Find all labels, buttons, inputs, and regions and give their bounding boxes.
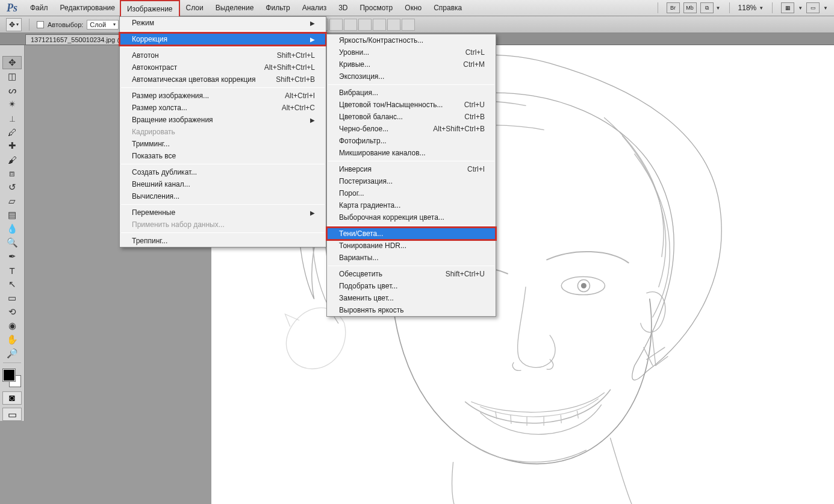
menu-выделение[interactable]: Выделение bbox=[210, 0, 260, 16]
menu-редактирование[interactable]: Редактирование bbox=[54, 0, 121, 16]
eraser-tool[interactable]: ▱ bbox=[2, 194, 22, 208]
image-menu-item[interactable]: Показать все bbox=[120, 150, 326, 162]
menubar: Ps ФайлРедактированиеИзображениеСлоиВыде… bbox=[0, 0, 834, 16]
distribute-icon[interactable] bbox=[402, 19, 415, 31]
color-swatches[interactable] bbox=[2, 368, 22, 388]
menu-файл[interactable]: Файл bbox=[24, 0, 54, 16]
adjust-menu-item[interactable]: Варианты... bbox=[327, 252, 496, 264]
brush-tool[interactable]: 🖌 bbox=[2, 153, 22, 166]
foreground-color[interactable] bbox=[3, 369, 15, 381]
move-tool-preset-icon[interactable]: ✥▾ bbox=[6, 18, 22, 31]
screen-mode-dropdown[interactable]: ⧉ ▼ bbox=[700, 2, 721, 13]
screen-mode-button[interactable]: ▭ bbox=[2, 408, 22, 421]
workspace-icon[interactable]: ▭ bbox=[806, 2, 820, 13]
image-menu-item[interactable]: Размер холста...Alt+Ctrl+C bbox=[120, 102, 326, 114]
lasso-tool[interactable]: ᔕ bbox=[2, 84, 22, 97]
eyedropper-tool[interactable]: 🖊 bbox=[2, 125, 22, 138]
adjust-menu-item[interactable]: Постеризация... bbox=[327, 175, 496, 187]
move-tool[interactable]: ✥ bbox=[2, 56, 22, 69]
image-menu-item[interactable]: Размер изображения...Alt+Ctrl+I bbox=[120, 90, 326, 102]
menu-separator bbox=[328, 225, 494, 226]
image-menu-item[interactable]: Внешний канал... bbox=[120, 178, 326, 190]
adjust-menu-item[interactable]: Карта градиента... bbox=[327, 199, 496, 211]
3d-tool[interactable]: ⟲ bbox=[2, 305, 22, 319]
adjust-menu-item[interactable]: ИнверсияCtrl+I bbox=[327, 163, 496, 175]
screen-mode-icon: ⧉ bbox=[700, 2, 714, 13]
path-tool[interactable]: ↖ bbox=[2, 278, 22, 291]
adjust-menu-item[interactable]: Кривые...Ctrl+M bbox=[327, 58, 496, 70]
align-icon[interactable] bbox=[373, 19, 386, 31]
minibridge-icon[interactable]: Mb bbox=[683, 2, 697, 13]
adjust-menu-item[interactable]: Экспозиция... bbox=[327, 70, 496, 82]
image-menu-item[interactable]: АвтотонShift+Ctrl+L bbox=[120, 49, 326, 61]
align-icon[interactable] bbox=[344, 19, 357, 31]
image-menu-item[interactable]: Автоматическая цветовая коррекцияShift+C… bbox=[120, 73, 326, 86]
image-menu-item[interactable]: Режим▶ bbox=[120, 17, 326, 29]
adjust-menu-item[interactable]: Микширование каналов... bbox=[327, 147, 496, 159]
gradient-tool[interactable]: ▤ bbox=[2, 208, 22, 222]
menu-item-label: Автотон bbox=[132, 51, 259, 60]
adjust-menu-item[interactable]: Яркость/Контрастность... bbox=[327, 34, 496, 46]
adjust-menu-item[interactable]: Выборочная коррекция цвета... bbox=[327, 211, 496, 223]
adjust-menu-item[interactable]: Выровнять яркость bbox=[327, 304, 496, 316]
menu-3d[interactable]: 3D bbox=[332, 0, 353, 16]
history-brush-tool[interactable]: ↺ bbox=[2, 181, 22, 194]
image-menu-item[interactable]: Вычисления... bbox=[120, 190, 326, 202]
image-menu-item[interactable]: Создать дубликат... bbox=[120, 166, 326, 178]
auto-select-dropdown[interactable]: Слой ▾ bbox=[87, 20, 119, 30]
adjust-menu-item[interactable]: Порог... bbox=[327, 187, 496, 199]
adjust-menu-item[interactable]: Подобрать цвет... bbox=[327, 280, 496, 292]
submenu-arrow-icon: ▶ bbox=[310, 36, 315, 43]
menu-окно[interactable]: Окно bbox=[399, 0, 428, 16]
clone-tool[interactable]: ⧈ bbox=[2, 167, 22, 180]
adjust-menu-item[interactable]: Заменить цвет... bbox=[327, 292, 496, 304]
zoom-tool[interactable]: 🔎 bbox=[2, 347, 22, 360]
align-icon[interactable] bbox=[329, 19, 343, 31]
image-menu-item[interactable]: Коррекция▶ bbox=[120, 33, 326, 45]
zoom-level[interactable]: 118% ▼ bbox=[738, 4, 764, 12]
submenu-arrow-icon: ▶ bbox=[310, 117, 315, 123]
menu-фильтр[interactable]: Фильтр bbox=[260, 0, 296, 16]
adjust-menu-item[interactable]: Уровни...Ctrl+L bbox=[327, 46, 496, 58]
blur-tool[interactable]: 💧 bbox=[2, 222, 22, 235]
image-menu-item[interactable]: Вращение изображения▶ bbox=[120, 114, 326, 126]
adjust-menu-item[interactable]: Цветовой баланс...Ctrl+B bbox=[327, 111, 496, 123]
menu-item-label: Режим bbox=[132, 19, 292, 27]
image-menu-item[interactable]: Тримминг... bbox=[120, 138, 326, 150]
hand-tool[interactable]: ✋ bbox=[2, 333, 22, 346]
wand-tool[interactable]: ✴ bbox=[2, 98, 22, 111]
menu-анализ[interactable]: Анализ bbox=[296, 0, 333, 16]
adjust-menu-item[interactable]: Тени/Света... bbox=[327, 228, 496, 240]
quick-mask-button[interactable]: ◙ bbox=[2, 391, 22, 405]
menu-item-shortcut: Ctrl+L bbox=[465, 48, 485, 57]
menu-слои[interactable]: Слои bbox=[180, 0, 210, 16]
image-menu-item[interactable]: Переменные▶ bbox=[120, 207, 326, 219]
auto-select-checkbox[interactable] bbox=[37, 21, 44, 28]
align-icon[interactable] bbox=[387, 19, 400, 31]
dodge-tool[interactable]: 🔍 bbox=[2, 236, 22, 249]
adjust-menu-item[interactable]: Цветовой тон/Насыщенность...Ctrl+U bbox=[327, 99, 496, 111]
arrange-docs-icon[interactable]: ▦ bbox=[781, 2, 794, 13]
crop-tool[interactable]: ⟂ bbox=[2, 111, 22, 125]
menu-изображение[interactable]: Изображение bbox=[120, 0, 180, 16]
menu-item-label: Применить набор данных... bbox=[132, 220, 315, 229]
image-menu-item[interactable]: АвтоконтрастAlt+Shift+Ctrl+L bbox=[120, 61, 326, 73]
menu-item-shortcut: Alt+Shift+Ctrl+B bbox=[433, 125, 485, 133]
adjust-menu-item[interactable]: ОбесцветитьShift+Ctrl+U bbox=[327, 268, 496, 280]
type-tool[interactable]: T bbox=[2, 264, 22, 277]
menu-справка[interactable]: Справка bbox=[428, 0, 468, 16]
bridge-icon[interactable]: Br bbox=[667, 2, 680, 13]
menu-просмотр[interactable]: Просмотр bbox=[353, 0, 399, 16]
marquee-tool[interactable]: ◫ bbox=[2, 70, 22, 83]
adjust-menu-item[interactable]: Черно-белое...Alt+Shift+Ctrl+B bbox=[327, 123, 496, 135]
image-menu-item[interactable]: Треппинг... bbox=[120, 235, 326, 247]
pen-tool[interactable]: ✒ bbox=[2, 250, 22, 263]
adjust-menu-item[interactable]: Вибрация... bbox=[327, 87, 496, 99]
shape-tool[interactable]: ▭ bbox=[2, 291, 22, 305]
menu-item-label: Кадрировать bbox=[132, 128, 315, 136]
align-icon[interactable] bbox=[358, 19, 372, 31]
adjust-menu-item[interactable]: Тонирование HDR... bbox=[327, 240, 496, 252]
adjust-menu-item[interactable]: Фотофильтр... bbox=[327, 135, 496, 147]
healing-tool[interactable]: ✚ bbox=[2, 139, 22, 152]
3d-camera-tool[interactable]: ◉ bbox=[2, 319, 22, 332]
